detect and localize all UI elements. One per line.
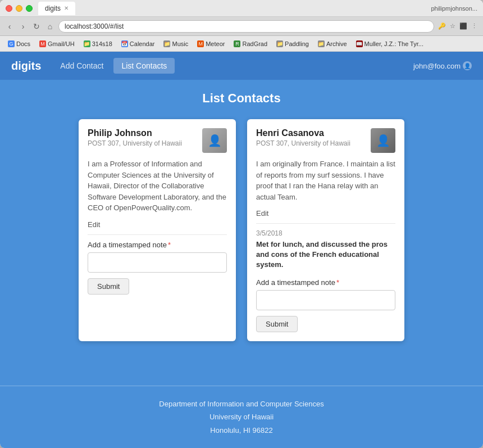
navbar: digits Add Contact List Contacts john@fo… bbox=[0, 52, 483, 80]
reload-button[interactable]: ↻ bbox=[31, 21, 42, 31]
bookmark-calendar[interactable]: 📅 Calendar bbox=[118, 39, 158, 48]
contact-avatar bbox=[371, 128, 395, 153]
traffic-lights bbox=[6, 5, 33, 12]
browser-user-profile: philipmjohnson... bbox=[431, 5, 477, 12]
user-email: john@foo.com bbox=[413, 62, 461, 70]
bookmark-gmail[interactable]: M Gmail/UH bbox=[36, 39, 78, 48]
music-icon: 📁 bbox=[163, 40, 170, 47]
main-content: List Contacts Philip Johnson POST 307, U… bbox=[0, 80, 483, 386]
note-input[interactable] bbox=[256, 290, 395, 310]
star-icon[interactable]: ☆ bbox=[448, 22, 457, 31]
bookmark-muller[interactable]: 📖 Muller, J.Z.: The Tyr... bbox=[353, 39, 427, 48]
314-icon: 📁 bbox=[84, 40, 90, 47]
app-brand: digits bbox=[11, 60, 41, 73]
contact-info: Philip Johnson POST 307, University of H… bbox=[88, 128, 182, 147]
navbar-nav: Add Contact List Contacts bbox=[52, 58, 413, 74]
back-button[interactable]: ‹ bbox=[4, 21, 15, 31]
app-content: digits Add Contact List Contacts john@fo… bbox=[0, 52, 483, 448]
page-title: List Contacts bbox=[11, 91, 472, 106]
contact-bio: I am originally from France. I maintain … bbox=[256, 159, 395, 202]
navbar-user: john@foo.com 👤 bbox=[413, 61, 472, 70]
footer-line1: Department of Information and Computer S… bbox=[11, 397, 472, 410]
docs-icon: G bbox=[8, 40, 15, 47]
bookmarks-bar: G Docs M Gmail/UH 📁 314s18 📅 Calendar 📁 … bbox=[0, 36, 483, 52]
nav-add-contact[interactable]: Add Contact bbox=[52, 58, 111, 74]
menu-icon[interactable]: ⋮ bbox=[470, 22, 479, 31]
url-input[interactable] bbox=[58, 20, 434, 33]
note-input[interactable] bbox=[88, 252, 227, 273]
contact-subtitle: POST 307, University of Hawaii bbox=[256, 139, 350, 147]
bookmark-paddling[interactable]: 📁 Paddling bbox=[273, 39, 312, 48]
note-section: Add a timestamped note* Submit bbox=[256, 278, 395, 332]
bookmark-314s18[interactable]: 📁 314s18 bbox=[80, 39, 116, 48]
contact-avatar bbox=[202, 128, 227, 153]
note-label: Add a timestamped note* bbox=[256, 278, 395, 287]
bookmark-music[interactable]: 📁 Music bbox=[160, 39, 192, 48]
meteor-icon: M bbox=[197, 40, 204, 47]
footer-line2: University of Hawaii bbox=[11, 410, 472, 423]
card-divider bbox=[88, 234, 227, 235]
archive-icon: 📁 bbox=[318, 40, 325, 47]
bookmark-meteor[interactable]: M Meteor bbox=[194, 39, 228, 48]
bookmark-radgrad[interactable]: R RadGrad bbox=[230, 39, 271, 48]
forward-button[interactable]: › bbox=[18, 21, 28, 31]
note-label: Add a timestamped note* bbox=[88, 241, 227, 249]
address-bar: ‹ › ↻ ⌂ 🔑 ☆ ⬛ ⋮ bbox=[0, 17, 483, 36]
app-footer: Department of Information and Computer S… bbox=[0, 386, 483, 448]
book-icon: 📖 bbox=[356, 40, 363, 47]
tab-title: digits bbox=[45, 4, 61, 12]
edit-link[interactable]: Edit bbox=[256, 209, 395, 218]
browser-tab[interactable]: digits ✕ bbox=[38, 2, 75, 15]
close-button[interactable] bbox=[6, 5, 12, 12]
minimize-button[interactable] bbox=[16, 5, 22, 12]
contact-card-henri-casanova: Henri Casanova POST 307, University of H… bbox=[247, 119, 404, 341]
required-star: * bbox=[168, 241, 171, 249]
title-bar: digits ✕ philipmjohnson... bbox=[0, 0, 483, 17]
contact-subtitle: POST 307, University of Hawaii bbox=[88, 139, 182, 147]
card-header: Henri Casanova POST 307, University of H… bbox=[256, 128, 395, 153]
contact-bio: I am a Professor of Information and Comp… bbox=[88, 159, 227, 214]
address-icons: 🔑 ☆ ⬛ ⋮ bbox=[438, 22, 479, 31]
card-divider bbox=[256, 223, 395, 224]
contact-note: Met for lunch, and discussed the pros an… bbox=[256, 239, 395, 270]
lock-icon: 🔑 bbox=[438, 22, 446, 31]
required-star: * bbox=[336, 278, 339, 287]
submit-button[interactable]: Submit bbox=[256, 316, 298, 332]
extension-icon: ⬛ bbox=[459, 22, 468, 31]
bookmark-archive[interactable]: 📁 Archive bbox=[315, 39, 350, 48]
tab-close-icon[interactable]: ✕ bbox=[64, 5, 69, 11]
home-button[interactable]: ⌂ bbox=[45, 21, 55, 31]
contact-name: Henri Casanova bbox=[256, 128, 350, 138]
note-section: Add a timestamped note* Submit bbox=[88, 241, 227, 295]
footer-line3: Honolulu, HI 96822 bbox=[11, 424, 472, 437]
nav-list-contacts[interactable]: List Contacts bbox=[113, 58, 175, 74]
tab-area: digits ✕ bbox=[38, 2, 431, 15]
user-icon: 👤 bbox=[463, 61, 472, 70]
bookmark-docs[interactable]: G Docs bbox=[4, 39, 34, 48]
radgrad-icon: R bbox=[234, 40, 240, 47]
gmail-icon: M bbox=[39, 40, 46, 47]
submit-button[interactable]: Submit bbox=[88, 278, 129, 295]
contact-timestamp: 3/5/2018 bbox=[256, 229, 395, 237]
contact-card-philip-johnson: Philip Johnson POST 307, University of H… bbox=[79, 119, 236, 341]
contact-name: Philip Johnson bbox=[88, 128, 182, 138]
contacts-grid: Philip Johnson POST 307, University of H… bbox=[11, 119, 472, 341]
edit-link[interactable]: Edit bbox=[88, 220, 227, 229]
paddling-icon: 📁 bbox=[276, 40, 283, 47]
contact-info: Henri Casanova POST 307, University of H… bbox=[256, 128, 350, 147]
calendar-icon: 📅 bbox=[121, 40, 128, 47]
maximize-button[interactable] bbox=[26, 5, 33, 12]
browser-window: digits ✕ philipmjohnson... ‹ › ↻ ⌂ 🔑 ☆ ⬛… bbox=[0, 0, 483, 448]
card-header: Philip Johnson POST 307, University of H… bbox=[88, 128, 227, 153]
